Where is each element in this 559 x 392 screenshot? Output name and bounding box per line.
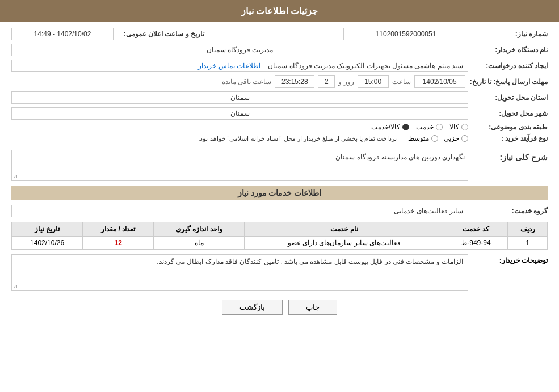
tarikhoSaat-value: 1402/10/02 - 14:49	[11, 28, 114, 40]
mohlat-label: مهلت ارسال پاسخ: تا تاریخ:	[465, 78, 548, 86]
tabaqe-kala-khadamat-label: کالا/خدمت	[371, 123, 400, 131]
print-button[interactable]: چاپ	[288, 300, 337, 315]
noeFarayand-motavaset-label: متوسط	[408, 134, 429, 142]
sharhKoli-value: نگهداری دوربین های مداربسته فرودگاه سمنا…	[11, 150, 468, 181]
tabaqe-kala-khadamat: کالا/خدمت	[371, 123, 409, 131]
noeFarayand-jozi-label: جزیی	[444, 134, 459, 142]
mohlat-roz: 2	[318, 75, 335, 88]
ijadKonande-text: سید میثم هاشمی مسئول تجهیزات الکترونیک م…	[268, 62, 463, 70]
namDastgah-label: نام دستگاه خریدار:	[468, 46, 548, 54]
tarikhoSaat-label: تاریخ و ساعت اعلان عمومی:	[114, 30, 204, 38]
shomareNiaz-row: شماره نیاز: 1102001592000051 تاریخ و ساع…	[11, 28, 548, 40]
noeFarayand-row: نوع فرآیند خرید : جزیی متوسط پرداخت تمام…	[11, 134, 548, 142]
shahr-value: سمنان	[11, 107, 468, 120]
sharhKoli-text: نگهداری دوربین های مداربسته فرودگاه سمنا…	[335, 153, 465, 161]
tabaqe-kala-label: کالا	[449, 123, 459, 131]
divider1	[11, 146, 548, 146]
groheKhadamat-value: سایر فعالیت‌های خدماتی	[11, 205, 468, 217]
services-table-container: ردیف کد خدمت نام خدمت واحد اندازه گیری ت…	[11, 222, 548, 250]
noeFarayand-motavaset-radio[interactable]	[431, 135, 438, 142]
noeFarayand-jozi-radio[interactable]	[461, 135, 468, 142]
tabaqe-khadamat-label: خدمت	[416, 123, 434, 131]
cell-kod: 949-94-ط	[444, 237, 508, 250]
tabaqe-label: طبقه بندی موضوعی:	[468, 123, 548, 131]
mohlat-roz-label: روز و	[338, 78, 354, 86]
page-header: جزئیات اطلاعات نیاز	[0, 0, 559, 22]
groheKhadamat-row: گروه خدمت: سایر فعالیت‌های خدماتی	[11, 205, 548, 217]
shahr-label: شهر محل تحویل:	[468, 109, 548, 117]
notes-row: توضیحات خریدار: الزامات و مشخصات فنی در …	[11, 254, 548, 291]
noeFarayand-label: نوع فرآیند خرید :	[468, 134, 548, 142]
notes-text: الزامات و مشخصات فنی در فایل پیوست قابل …	[157, 258, 463, 265]
mohlat-saat: 15:00	[358, 75, 389, 88]
mohlat-row: مهلت ارسال پاسخ: تا تاریخ: 1402/10/05 سا…	[11, 75, 548, 88]
tabaqe-row: طبقه بندی موضوعی: کالا خدمت کالا/خدمت	[11, 123, 548, 131]
col-nam: نام خدمت	[245, 222, 444, 237]
cell-radif: 1	[508, 237, 548, 250]
button-row: چاپ بازگشت	[11, 300, 548, 315]
tabaqe-khadamat: خدمت	[416, 123, 443, 131]
section-title: اطلاعات خدمات مورد نیاز	[11, 186, 548, 200]
tabaqe-kala-radio[interactable]	[461, 124, 468, 130]
table-header-row: ردیف کد خدمت نام خدمت واحد اندازه گیری ت…	[12, 222, 548, 237]
ijadKonande-row: ایجاد کننده درخواست: سید میثم هاشمی مسئو…	[11, 60, 548, 72]
notes-label: توضیحات خریدار:	[468, 254, 548, 264]
page-container: جزئیات اطلاعات نیاز شماره نیاز: 11020015…	[0, 0, 559, 392]
cell-tedad: 12	[83, 237, 154, 250]
notes-resize-icon: ⊿	[13, 283, 18, 289]
col-tarikh: تاریخ نیاز	[12, 222, 83, 237]
noeFarayand-motavaset: متوسط	[408, 134, 438, 142]
col-tedad: تعداد / مقدار	[83, 222, 154, 237]
ostan-value: سمنان	[11, 91, 468, 104]
noeFarayand-note: پرداخت تمام یا بخشی از مبلغ خریدار از مح…	[198, 135, 397, 142]
tabaqe-options: کالا خدمت کالا/خدمت	[371, 123, 468, 131]
shomareNiaz-value: 1102001592000051	[343, 28, 468, 40]
notes-content: الزامات و مشخصات فنی در فایل پیوست قابل …	[11, 254, 468, 291]
ijadKonande-label: ایجاد کننده درخواست:	[468, 62, 548, 70]
mohlat-baqi: 23:15:28	[275, 75, 314, 88]
tabaqe-khadamat-radio[interactable]	[436, 124, 443, 130]
services-table: ردیف کد خدمت نام خدمت واحد اندازه گیری ت…	[11, 222, 548, 250]
tabaqe-kala: کالا	[449, 123, 468, 131]
cell-vahed: ماه	[154, 237, 245, 250]
cell-tarikh: 1402/10/26	[12, 237, 83, 250]
contactInfo-link[interactable]: اطلاعات تماس خریدار	[198, 62, 260, 70]
namDastgah-row: نام دستگاه خریدار: مدیریت فرودگاه سمنان	[11, 44, 548, 56]
mohlat-baqi-label: ساعت باقی مانده	[222, 78, 272, 86]
tabaqe-kala-khadamat-radio[interactable]	[402, 124, 409, 130]
ijadKonande-value: سید میثم هاشمی مسئول تجهیزات الکترونیک م…	[11, 60, 468, 72]
namDastgah-value: مدیریت فرودگاه سمنان	[11, 44, 468, 56]
shomareNiaz-label: شماره نیاز:	[468, 30, 548, 38]
noeFarayand-jozi: جزیی	[444, 134, 468, 142]
groheKhadamat-label: گروه خدمت:	[468, 207, 548, 215]
ostan-row: استان محل تحویل: سمنان	[11, 91, 548, 104]
col-vahed: واحد اندازه گیری	[154, 222, 245, 237]
table-row: 1 949-94-ط فعالیت‌های سایر سازمان‌های دا…	[12, 237, 548, 250]
mohlat-saat-label: ساعت	[392, 78, 411, 86]
main-content: شماره نیاز: 1102001592000051 تاریخ و ساع…	[0, 22, 559, 326]
cell-nam: فعالیت‌های سایر سازمان‌های دارای عضو	[245, 237, 444, 250]
page-title: جزئیات اطلاعات نیاز	[241, 6, 318, 16]
col-kod: کد خدمت	[444, 222, 508, 237]
shahr-row: شهر محل تحویل: سمنان	[11, 107, 548, 120]
col-radif: ردیف	[508, 222, 548, 237]
sharhKoli-label: شرح کلی نیاز:	[468, 150, 548, 162]
ostan-label: استان محل تحویل:	[468, 94, 548, 102]
mohlat-date: 1402/10/05	[414, 75, 465, 88]
sharhKoli-row: شرح کلی نیاز: نگهداری دوربین های مداربست…	[11, 150, 548, 181]
resize-icon: ⊿	[13, 173, 18, 179]
back-button[interactable]: بازگشت	[222, 300, 283, 315]
